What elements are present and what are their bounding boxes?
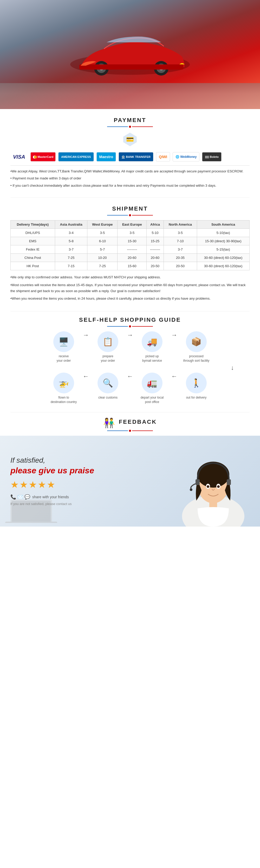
guide-step-flown: 🚁 flown todestination country [47, 373, 81, 404]
table-cell: Fedex IE [11, 245, 55, 254]
table-row: China Post7-2510-2020-6020-6020-3530-60 … [11, 254, 250, 262]
amex-logo: AMERICAN EXPRESS [58, 152, 94, 161]
table-cell: 30-60 (direct) 60-120(tax) [197, 262, 250, 270]
receive-label: receiveyour order [57, 354, 71, 363]
maestro-logo: Maestro [96, 152, 116, 161]
table-cell: --------- [147, 245, 164, 254]
table-cell: 7-10 [164, 237, 197, 245]
underline-right [132, 431, 153, 431]
svg-point-16 [217, 485, 220, 488]
table-cell: 20-35 [164, 254, 197, 262]
arrow-5: ← [125, 373, 135, 390]
table-cell: 3-7 [55, 245, 87, 254]
underline-left [107, 126, 128, 127]
guide-row-2: 🚶 out for delivery ← 🚛 depart your local… [10, 373, 250, 404]
delivery-label: out for delivery [186, 396, 207, 400]
table-cell: 20-50 [164, 262, 197, 270]
col-header-east-europe: East Europe [117, 220, 147, 229]
underline-dot [129, 430, 131, 432]
col-header-north-america: North America [164, 220, 197, 229]
table-cell: 20-50 [147, 262, 164, 270]
underline-left [107, 215, 128, 216]
phone-icon: 📞 [10, 494, 16, 500]
feedback-people-icon: 👫 [103, 417, 115, 428]
shipment-section: SHIPMENT Delivery Time(days) Asia Austra… [0, 197, 260, 311]
guide-step-pickup: 🚚 picked upbymail service [135, 331, 169, 363]
table-cell: 7-15 [55, 262, 87, 270]
payment-title: PAYMENT [10, 117, 250, 124]
table-row: EMS5-86-1015-3015-257-1015-30 (direct) 3… [11, 237, 250, 245]
arrow-4: ← [169, 373, 179, 390]
table-cell: 5-10 [147, 229, 164, 237]
svg-rect-7 [79, 64, 183, 70]
arrow-3: → [169, 331, 179, 349]
payment-text: •We accept Alipay, West Union,TT,Bank Tr… [10, 168, 250, 188]
arrow-1: → [81, 331, 91, 349]
svg-rect-18 [196, 479, 200, 485]
prepare-label: prepareyour order [101, 354, 115, 363]
person-svg [177, 443, 250, 527]
flown-label: flown todestination country [51, 396, 77, 404]
visa-logo: VISA [10, 152, 28, 161]
guide-step-customs: 🔍 clear customs [91, 373, 125, 400]
col-header-africa: Africa [147, 220, 164, 229]
webmoney-logo: 🌐 WebMoney [173, 152, 199, 161]
guide-section: SELF-HELP SHOPPING GUIDE 🖥️ receiveyour … [0, 311, 260, 412]
underline-dot [129, 214, 131, 216]
feedback-person [177, 443, 250, 527]
arrow-2: → [125, 331, 135, 349]
pickup-label: picked upbymail service [142, 354, 162, 363]
hero-section [0, 0, 260, 109]
svg-point-15 [207, 485, 209, 488]
table-cell: 15-25 [147, 237, 164, 245]
chat-icon: 💬 [24, 494, 30, 500]
shipment-table: Delivery Time(days) Asia Australia West … [10, 220, 250, 270]
table-cell: 6-10 [87, 237, 117, 245]
shipment-note-2: •Most countries will receive the items a… [10, 282, 250, 294]
table-cell: 3-5 [117, 229, 147, 237]
table-cell: 20-60 [147, 254, 164, 262]
boleto-logo: ||||| Boleto [202, 152, 222, 161]
table-cell: --------- [117, 245, 147, 254]
mastercard-logo: ⬤⬤ MasterCard [30, 152, 56, 161]
prepare-icon: 📋 [97, 331, 118, 352]
receive-icon: 🖥️ [53, 331, 74, 352]
col-header-asia: Asia Australia [55, 220, 87, 229]
svg-point-12 [197, 462, 229, 488]
svg-rect-23 [5, 522, 57, 523]
depart-label: depart your localpost office [141, 396, 164, 404]
payment-text-3: • If you can't checkout immediately afte… [10, 183, 250, 188]
guide-step-receive: 🖥️ receiveyour order [47, 331, 81, 363]
feedback-title-row: 👫 FEEDBACK [10, 417, 250, 428]
table-cell: 7-25 [87, 262, 117, 270]
table-cell: EMS [11, 237, 55, 245]
feedback-underline [10, 430, 250, 432]
payment-text-2: • Payment must be made within 3 days of … [10, 175, 250, 181]
table-cell: 10-20 [87, 254, 117, 262]
table-cell: 3-5 [87, 229, 117, 237]
svg-rect-19 [227, 479, 231, 485]
payment-underline [10, 126, 250, 128]
guide-row-1: 🖥️ receiveyour order → 📋 prepareyour ord… [10, 331, 250, 363]
flown-icon: 🚁 [53, 373, 74, 393]
underline-dot [129, 126, 131, 128]
processed-icon: 📦 [186, 331, 207, 352]
underline-right [132, 215, 153, 216]
underline-left [107, 431, 128, 431]
feedback-banner: If satisfied, please give us praise ★★★★… [0, 436, 260, 527]
underline-dot [129, 326, 131, 328]
depart-icon: 🚛 [142, 373, 163, 393]
customs-icon: 🔍 [97, 373, 118, 393]
arrow-6: ← [81, 373, 91, 390]
shipment-title: SHIPMENT [10, 206, 250, 212]
delivery-icon: 🚶 [186, 373, 207, 393]
processed-label: processedthrough sort facility [183, 354, 209, 363]
underline-left [107, 326, 128, 327]
table-cell: 5-8 [55, 237, 87, 245]
underline-right [132, 126, 153, 127]
table-cell: DHL/UPS [11, 229, 55, 237]
payment-text-1: •We accept Alipay, West Union,TT,Bank Tr… [10, 168, 250, 174]
table-row: Fedex IE3-75-7------------------3-75-15(… [11, 245, 250, 254]
shipment-notes: •We only ship to confirmed order address… [10, 274, 250, 302]
table-cell: 15-60 [117, 262, 147, 270]
